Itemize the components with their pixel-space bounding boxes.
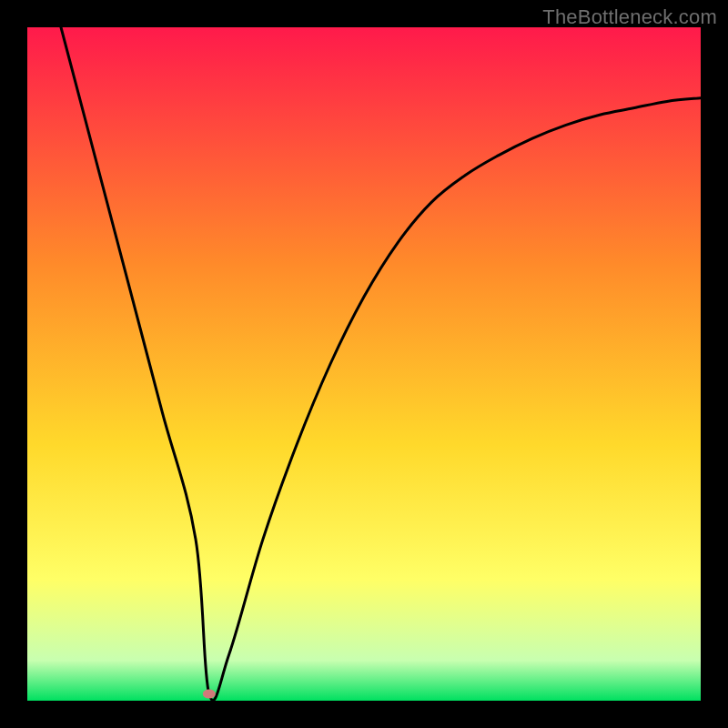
chart-frame	[27, 27, 701, 701]
watermark-label: TheBottleneck.com	[542, 5, 717, 29]
bottleneck-minimum-marker	[203, 690, 216, 699]
bottleneck-chart	[27, 27, 701, 701]
gradient-background	[27, 27, 701, 701]
